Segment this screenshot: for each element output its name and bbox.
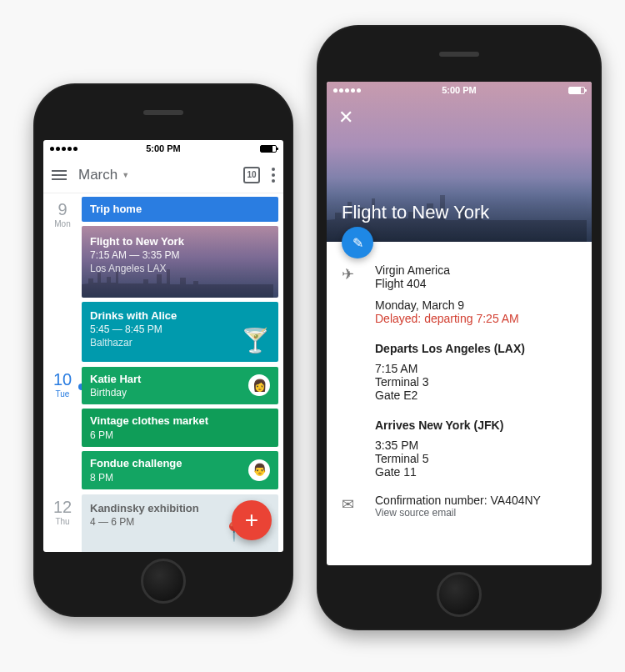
flight-date: Monday, March 9	[375, 298, 577, 312]
plus-icon: +	[245, 507, 258, 534]
airplane-icon: ✈	[342, 263, 362, 479]
arrive-time: 3:35 PM	[375, 439, 577, 452]
day-number: 10	[43, 370, 82, 389]
event-title: Flight to New York	[342, 202, 489, 223]
edit-button[interactable]: ✎	[342, 227, 373, 258]
depart-gate: Gate E2	[375, 389, 577, 402]
battery-icon	[568, 87, 585, 94]
day-block: 9 Mon Trip home Flight to New York 7:15 …	[43, 197, 283, 367]
device-right: 5:00 PM ✕ Flight to New York ✎ ✈ Virgin …	[317, 25, 602, 630]
cocktail-icon: 🍸	[241, 325, 270, 357]
event-title: Vintage clothes market	[90, 414, 270, 429]
event-card-trip[interactable]: Trip home	[82, 197, 278, 222]
event-detail-screen: 5:00 PM ✕ Flight to New York ✎ ✈ Virgin …	[327, 82, 592, 565]
signal-dots-icon	[333, 88, 361, 93]
status-bar: 5:00 PM	[327, 82, 592, 98]
month-label: March	[78, 167, 118, 183]
day-of-week: Tue	[43, 389, 82, 399]
day-block: 10 Tue Katie Hart Birthday 👩 Vintage clo…	[43, 367, 283, 494]
event-detail-body: ✈ Virgin America Flight 404 Monday, Marc…	[327, 242, 592, 542]
overflow-icon[interactable]	[272, 168, 275, 183]
event-title: Katie Hart	[90, 372, 270, 387]
day-header: 9 Mon	[43, 197, 82, 367]
arrive-terminal: Terminal 5	[375, 452, 577, 465]
envelope-icon: ✉	[342, 494, 362, 519]
day-header: 12 Thu	[43, 494, 82, 552]
calendar-screen: 5:00 PM March ▼ 10 9 Mon Trip	[43, 140, 283, 552]
create-event-button[interactable]: +	[232, 500, 272, 540]
event-title: Flight to New York	[90, 234, 270, 249]
event-card-flight[interactable]: Flight to New York 7:15 AM — 3:35 PM Los…	[82, 226, 278, 298]
status-time: 5:00 PM	[442, 85, 477, 95]
day-number: 12	[43, 498, 82, 517]
status-time: 5:00 PM	[146, 143, 181, 153]
event-card[interactable]: Fondue challenge 8 PM 👨	[82, 451, 278, 489]
flight-info-row: ✈ Virgin America Flight 404 Monday, Marc…	[342, 263, 577, 479]
battery-icon	[260, 145, 277, 153]
arrive-heading: Arrives New York (JFK)	[375, 419, 577, 432]
status-bar: 5:00 PM	[43, 140, 283, 157]
pencil-icon: ✎	[352, 235, 363, 251]
depart-heading: Departs Los Angeles (LAX)	[375, 342, 577, 355]
event-title: Fondue challenge	[90, 456, 270, 471]
depart-time: 7:15 AM	[375, 362, 577, 375]
hamburger-icon[interactable]	[52, 170, 67, 180]
signal-dots-icon	[50, 147, 78, 151]
event-location: Los Angeles LAX	[90, 262, 270, 275]
depart-terminal: Terminal 3	[375, 375, 577, 389]
confirmation-number: Confirmation number: VA404NY	[375, 494, 577, 507]
confirmation-row: ✉ Confirmation number: VA404NY View sour…	[342, 494, 577, 519]
app-bar: March ▼ 10	[43, 157, 283, 193]
flight-number: Flight 404	[375, 277, 577, 290]
today-icon[interactable]: 10	[243, 167, 260, 183]
month-dropdown[interactable]: March ▼	[78, 167, 129, 183]
event-time: 6 PM	[90, 429, 270, 442]
close-icon[interactable]: ✕	[338, 107, 353, 128]
airline-name: Virgin America	[375, 263, 577, 277]
day-number: 9	[43, 200, 82, 219]
agenda-list[interactable]: 9 Mon Trip home Flight to New York 7:15 …	[43, 193, 283, 552]
chevron-down-icon: ▼	[122, 171, 129, 179]
event-card-drinks[interactable]: Drinks with Alice 5:45 — 8:45 PM Balthaz…	[82, 302, 278, 362]
day-header-current: 10 Tue	[43, 367, 82, 494]
event-hero: 5:00 PM ✕ Flight to New York	[327, 82, 592, 242]
day-of-week: Mon	[43, 219, 82, 228]
device-left: 5:00 PM March ▼ 10 9 Mon Trip	[33, 83, 293, 617]
event-title: Drinks with Alice	[90, 308, 270, 323]
event-sub: Birthday	[90, 386, 270, 399]
avatar: 👩	[248, 374, 270, 396]
event-time: 7:15 AM — 3:35 PM	[90, 248, 270, 262]
event-card-birthday[interactable]: Katie Hart Birthday 👩	[82, 367, 278, 405]
event-time: 8 PM	[90, 471, 270, 484]
avatar: 👨	[248, 459, 270, 481]
event-card[interactable]: Vintage clothes market 6 PM	[82, 409, 278, 447]
source-email-link[interactable]: View source email	[375, 507, 577, 519]
flight-delay: Delayed: departing 7:25 AM	[375, 312, 577, 325]
day-of-week: Thu	[43, 517, 82, 526]
arrive-gate: Gate 11	[375, 465, 577, 479]
event-title: Trip home	[90, 202, 270, 217]
